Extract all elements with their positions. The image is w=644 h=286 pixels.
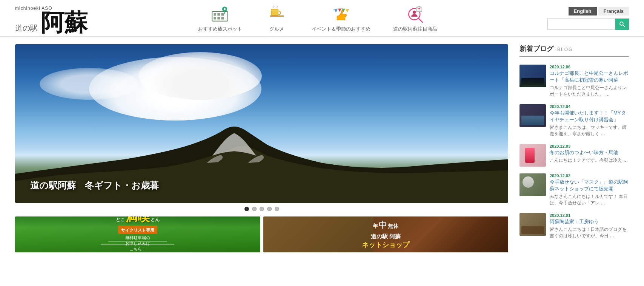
blog-thumb-4 xyxy=(520,173,546,196)
search-row xyxy=(547,19,629,30)
lang-french-button[interactable]: Français xyxy=(598,7,629,15)
blog-content-1: 2020.12.06 コルナゴ部長こと中尾公一さんレポート「高岳に初冠雪の寒い阿… xyxy=(550,65,629,97)
main-nav: おすすめ旅スポット グルメ xyxy=(198,4,437,36)
lang-buttons: English Français xyxy=(569,7,629,15)
banner-cycling-sub2: 無料駐車場の xyxy=(125,235,150,241)
left-column: 道の駅阿蘇 冬ギフト・お歳暮 とこ xyxy=(15,44,508,252)
svg-marker-15 xyxy=(346,9,349,13)
nav-products-label: 道の駅阿蘇注目商品 xyxy=(393,26,437,32)
blog-excerpt-3: こんにちは！テアです。今朝は冷え … xyxy=(550,157,629,164)
banner-cycling-sub1: サイクリスト専用 xyxy=(121,228,154,232)
blog-item-2: 2020.12.04 今年も開催いたします！！「MYタイヤチェーン取り付け講習会… xyxy=(520,104,629,137)
map-pin-icon xyxy=(208,4,232,24)
slider-dot-2[interactable] xyxy=(252,207,257,211)
blog-excerpt-5: 皆さんこんにちは！日本語のブログを書くのは珍しいですが、今日 … xyxy=(550,226,629,239)
svg-rect-2 xyxy=(217,13,220,16)
blog-item-3: 2020.12.03 冬のお肌のつよ〜い味方・馬油 こんにちは！テアです。今朝は… xyxy=(520,144,629,167)
svg-line-22 xyxy=(623,25,624,26)
blog-headline-3[interactable]: 冬のお肌のつよ〜い味方・馬油 xyxy=(550,149,629,156)
blog-title-en: BLOG xyxy=(557,47,573,52)
search-button[interactable] xyxy=(615,19,629,30)
svg-marker-12 xyxy=(334,9,338,13)
svg-point-8 xyxy=(224,8,226,10)
blog-item-5: 2020.12.01 阿蘇陶芸家：工房ゆう 皆さんこんにちは！日本語のブログを書… xyxy=(520,213,629,239)
svg-rect-10 xyxy=(270,15,284,17)
search-input[interactable] xyxy=(547,19,615,30)
header-right: English Français xyxy=(547,7,629,34)
header: michinoeki ASO 道の駅 阿蘇 xyxy=(0,0,644,37)
svg-rect-3 xyxy=(221,13,224,16)
search-icon xyxy=(619,21,625,27)
main-content: 道の駅阿蘇 冬ギフト・お歳暮 とこ xyxy=(0,37,644,260)
slider-dot-1[interactable] xyxy=(244,207,249,211)
nav-item-gourmet[interactable]: グルメ xyxy=(265,4,289,32)
svg-marker-13 xyxy=(338,9,341,12)
blog-date-5: 2020.12.01 xyxy=(550,213,629,218)
blog-item-1: 2020.12.06 コルナゴ部長こと中尾公一さんレポート「高岳に初冠雪の寒い阿… xyxy=(520,65,629,97)
blog-item-4: 2020.12.02 今手放せない「マスク」。道の駅阿蘇ネットショップにて販売開… xyxy=(520,173,629,206)
blog-headline-5[interactable]: 阿蘇陶芸家：工房ゆう xyxy=(550,218,629,225)
blog-content-5: 2020.12.01 阿蘇陶芸家：工房ゆう 皆さんこんにちは！日本語のブログを書… xyxy=(550,213,629,239)
banner-netshop-overlay: 年 中 無休 道の駅 阿蘇 ネットショップ xyxy=(263,216,509,252)
blog-thumb-3 xyxy=(520,144,546,167)
nav-item-spots[interactable]: おすすめ旅スポット xyxy=(198,4,242,32)
food-icon xyxy=(265,4,289,24)
blog-date-1: 2020.12.06 xyxy=(550,65,629,69)
banner-cycling[interactable]: とこ 満喫 とん サイクリスト専用 無料駐車場の お申し込みは こちら！ 阿蘇サ… xyxy=(15,216,260,252)
banner-cycling-overlay: とこ 満喫 とん サイクリスト専用 無料駐車場の お申し込みは こちら！ 阿蘇サ… xyxy=(15,216,260,252)
nav-spots-label: おすすめ旅スポット xyxy=(198,26,242,32)
blog-date-3: 2020.12.03 xyxy=(550,144,629,148)
blog-excerpt-4: みなさんこんにちは！ルカです！ 本日は、今手放せない「アレ … xyxy=(550,193,629,206)
svg-rect-11 xyxy=(271,10,278,11)
svg-rect-0 xyxy=(212,12,228,21)
blog-headline-2[interactable]: 今年も開催いたします！！「MYタイヤチェーン取り付け講習会」 xyxy=(550,110,629,123)
svg-rect-5 xyxy=(217,17,220,20)
blog-thumb-5 xyxy=(520,213,546,236)
logo-pre: 道の駅 xyxy=(15,23,38,33)
svg-rect-9 xyxy=(271,9,278,15)
svg-rect-6 xyxy=(221,17,224,20)
banner-cycling-sub4: こちら！ xyxy=(129,246,146,252)
blog-section: 新着ブログ BLOG 2020.12.06 コルナゴ部長こと中尾公一さんレポート… xyxy=(520,44,629,239)
logo-kanji: 道の駅 阿蘇 xyxy=(15,11,88,34)
svg-point-17 xyxy=(413,11,416,14)
banner-netshop-subtitle: ネットショップ xyxy=(362,240,409,249)
shop-icon xyxy=(403,4,427,24)
blog-content-3: 2020.12.03 冬のお肌のつよ〜い味方・馬油 こんにちは！テアです。今朝は… xyxy=(550,144,629,167)
nav-item-events[interactable]: イベント＆季節のおすすめ xyxy=(312,4,370,32)
event-icon xyxy=(329,4,353,24)
slider-dot-3[interactable] xyxy=(260,207,264,211)
slider-dot-4[interactable] xyxy=(267,207,272,211)
nav-item-products[interactable]: 道の駅阿蘇注目商品 xyxy=(393,4,437,32)
banner-cycling-text: 満喫 xyxy=(126,216,150,226)
banner-cycling-sub3: お申し込みは xyxy=(125,241,150,246)
logo-area: michinoeki ASO 道の駅 阿蘇 xyxy=(15,6,88,34)
blog-content-2: 2020.12.04 今年も開催いたします！！「MYタイヤチェーン取り付け講習会… xyxy=(550,104,629,137)
lang-english-button[interactable]: English xyxy=(569,7,597,15)
blog-title-bar: 新着ブログ BLOG xyxy=(520,44,629,57)
blog-content-4: 2020.12.02 今手放せない「マスク」。道の駅阿蘇ネットショップにて販売開… xyxy=(550,173,629,206)
right-column: 新着ブログ BLOG 2020.12.06 コルナゴ部長こと中尾公一さんレポート… xyxy=(508,44,629,252)
blog-excerpt-1: コルナゴ部長こと中尾公一さんよりレポートをいただきました。 … xyxy=(550,85,629,97)
blog-headline-1[interactable]: コルナゴ部長こと中尾公一さんレポート「高岳に初冠雪の寒い阿蘇 xyxy=(550,70,629,83)
nav-gourmet-label: グルメ xyxy=(269,26,284,32)
blog-date-2: 2020.12.04 xyxy=(550,104,629,109)
blog-title-jp: 新着ブログ xyxy=(520,44,553,53)
slider-dots xyxy=(15,207,508,211)
slider-caption: 道の駅阿蘇 冬ギフト・お歳暮 xyxy=(30,180,159,190)
blog-headline-4[interactable]: 今手放せない「マスク」。道の駅阿蘇ネットショップにて販売開 xyxy=(550,179,629,192)
svg-rect-1 xyxy=(214,13,216,16)
nav-events-label: イベント＆季節のおすすめ xyxy=(312,26,370,32)
svg-rect-4 xyxy=(214,17,216,20)
slider-dot-5[interactable] xyxy=(275,207,279,211)
banner-netshop-title: 道の駅 阿蘇 xyxy=(362,233,409,240)
blog-divider xyxy=(520,59,629,59)
blog-excerpt-2: 皆さまこんにちは、マッキーです。師走を迎え、寒さが厳しく … xyxy=(550,124,629,137)
banner-netshop[interactable]: 年 中 無休 道の駅 阿蘇 ネットショップ xyxy=(263,216,509,252)
blog-date-4: 2020.12.02 xyxy=(550,173,629,178)
main-slider[interactable]: 道の駅阿蘇 冬ギフト・お歳暮 xyxy=(15,44,508,203)
banner-area: とこ 満喫 とん サイクリスト専用 無料駐車場の お申し込みは こちら！ 阿蘇サ… xyxy=(15,216,508,252)
blog-thumb-1 xyxy=(520,65,546,87)
logo-main: 阿蘇 xyxy=(41,11,88,34)
blog-thumb-2 xyxy=(520,104,546,127)
